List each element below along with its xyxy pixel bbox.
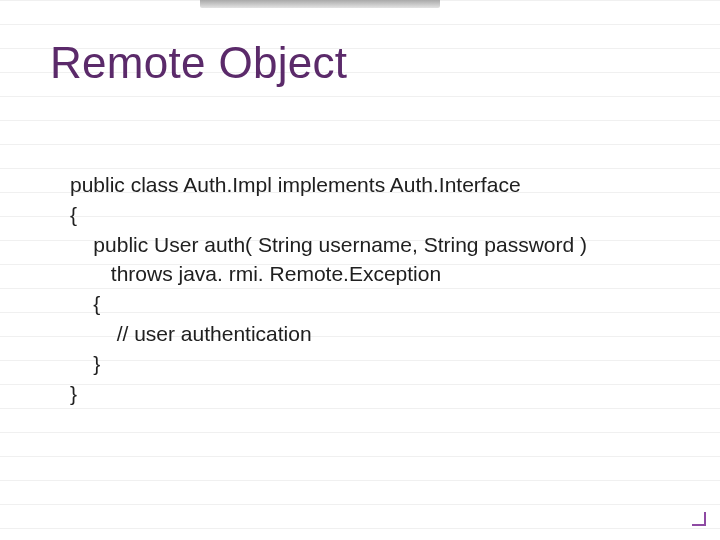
- code-line: {: [70, 200, 680, 230]
- code-line: public User auth( String username, Strin…: [70, 230, 680, 260]
- top-shadow-decoration: [200, 0, 440, 8]
- code-line: public class Auth.Impl implements Auth.I…: [70, 170, 680, 200]
- code-line: }: [70, 349, 680, 379]
- corner-accent-icon: [692, 512, 706, 526]
- code-line: {: [70, 289, 680, 319]
- code-line: throws java. rmi. Remote.Exception: [70, 259, 680, 289]
- slide-title: Remote Object: [50, 38, 347, 88]
- code-block: public class Auth.Impl implements Auth.I…: [70, 170, 680, 409]
- code-line: // user authentication: [70, 319, 680, 349]
- code-line: }: [70, 379, 680, 409]
- slide: Remote Object public class Auth.Impl imp…: [0, 0, 720, 540]
